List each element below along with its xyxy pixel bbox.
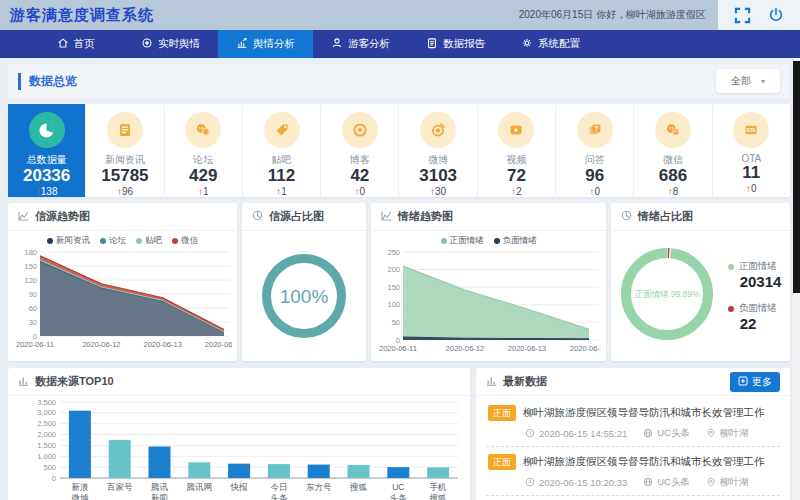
list-item[interactable]: 正面 柳叶湖旅游度假区领导督导防汛和城市长效管理工作 2020-06-15 10… (486, 446, 780, 495)
stat-value: 429 (189, 167, 217, 186)
filter-dropdown[interactable]: 全部 ▾ (716, 69, 780, 93)
more-label: 更多 (752, 375, 772, 389)
sentiment-trend-chart: 0501001502002502020-06-112020-06-122020-… (371, 247, 606, 353)
svg-text:百家号: 百家号 (107, 482, 133, 492)
svg-text:新浪: 新浪 (71, 482, 88, 492)
panel-header: 最新数据 更多 (476, 368, 790, 396)
sentiment-badge: 正面 (488, 405, 516, 421)
trend-icon (18, 210, 29, 223)
svg-text:50: 50 (391, 318, 399, 327)
svg-text:微博: 微博 (71, 493, 89, 500)
pin-icon (706, 428, 716, 440)
stat-value: 11 (742, 164, 760, 183)
svg-text:100%: 100% (280, 286, 329, 307)
stat-card-weibo[interactable]: 微博 3103 ↑30 (399, 104, 477, 197)
nav-item-home[interactable]: 首页 (28, 30, 123, 58)
stat-card-news[interactable]: 新闻资讯 15785 ↑96 (86, 104, 164, 197)
panel-header: 信源趋势图 (8, 203, 237, 231)
stat-label: 论坛 (193, 153, 213, 167)
video-icon (498, 112, 534, 148)
svg-text:2,500: 2,500 (37, 419, 56, 428)
svg-text:100: 100 (387, 300, 400, 309)
panel-source-trend: 信源趋势图 新闻资讯 论坛 贴吧 微信 03060901201501802020… (8, 203, 237, 361)
clock-icon (525, 477, 535, 489)
titlebar-right: 2020年06月15日 你好，柳叶湖旅游度假区 (519, 0, 800, 30)
news-meta: 2020-06-15 10:20:33 UC头条 柳叶湖 (525, 476, 778, 489)
scrollbar-thumb[interactable] (793, 61, 800, 293)
date-greeting: 2020年06月15日 你好，柳叶湖旅游度假区 (519, 8, 706, 22)
ota-icon: OTA (733, 112, 769, 148)
svg-text:2020-06-14: 2020-06-14 (204, 340, 231, 349)
nav-label: 游客分析 (348, 37, 390, 51)
svg-text:OTA: OTA (747, 128, 757, 133)
trend-icon (381, 210, 392, 223)
source-trend-chart: 03060901201501802020-06-112020-06-122020… (8, 247, 237, 349)
stat-value: 96 (585, 167, 604, 186)
svg-text:2020-06-12: 2020-06-12 (445, 344, 483, 353)
stat-label: 微博 (428, 153, 448, 167)
globe-icon (643, 428, 653, 440)
fullscreen-button[interactable] (734, 7, 751, 24)
stat-card-forum[interactable]: 论坛 429 ↑1 (165, 104, 243, 197)
panel-top10-sources: 数据来源TOP10 05001,0001,5002,0002,5003,0003… (8, 368, 470, 500)
wechat-icon (655, 112, 691, 148)
list-item[interactable]: 正面 柳叶湖旅游度假区领导督导防汛和城市长效管理工作 2020-06-15 14… (486, 398, 780, 446)
stat-delta: ↑0 (589, 186, 600, 197)
stat-delta: ↑96 (117, 186, 133, 197)
stat-card-video[interactable]: 视频 72 ↑2 (478, 104, 556, 197)
stat-card-qa[interactable]: ? 问答 96 ↑0 (556, 104, 634, 197)
svg-text:2020-06-14: 2020-06-14 (569, 344, 600, 353)
weibo-icon (420, 112, 456, 148)
tag-icon (264, 112, 300, 148)
svg-text:2020-06-13: 2020-06-13 (507, 344, 545, 353)
svg-text:30: 30 (28, 318, 36, 327)
svg-text:正面情绪 99.89%: 正面情绪 99.89% (634, 289, 700, 299)
stat-value: 3103 (419, 167, 457, 186)
nav-item-settings[interactable]: 系统配置 (503, 30, 598, 58)
stat-card-wechat[interactable]: 微信 686 ↑8 (634, 104, 712, 197)
stat-card-total[interactable]: 总数据量 20336 ↑138 (8, 104, 86, 197)
nav-label: 首页 (74, 37, 95, 51)
stat-delta: ↑0 (355, 186, 366, 197)
panel-source-share: 信源占比图 100% (242, 203, 366, 361)
bar-chart-icon (486, 375, 497, 388)
home-icon (57, 37, 69, 51)
svg-text:2020-06-11: 2020-06-11 (16, 340, 54, 349)
stat-label: 新闻资讯 (105, 153, 145, 167)
svg-text:500: 500 (43, 463, 56, 472)
stat-value: 20336 (23, 167, 70, 186)
svg-text:0: 0 (52, 474, 56, 483)
overview-strip: 数据总览 全部 ▾ (8, 64, 790, 98)
power-button[interactable] (768, 7, 784, 23)
list-item[interactable]: 正面 【柳叶湖】常德柳叶湖集城、湖、山、洲为一体，是天然造化的生态组合盆景...… (486, 495, 780, 500)
nav-item-report[interactable]: 数据报告 (408, 30, 503, 58)
stat-value: 72 (507, 167, 526, 186)
svg-text:?: ? (594, 125, 598, 132)
pie-chart-icon (621, 210, 632, 223)
nav-item-visitor[interactable]: 游客分析 (313, 30, 408, 58)
svg-text:头条: 头条 (270, 493, 288, 500)
source-share-donut: 100% (242, 231, 366, 361)
donut-legend: 正面情绪 20314 负面情绪 22 (728, 260, 782, 332)
page-scrollbar (793, 58, 800, 500)
stat-card-blog[interactable]: 博客 42 ↑0 (321, 104, 399, 197)
monitor-icon (141, 37, 153, 51)
svg-text:2020-06-12: 2020-06-12 (82, 340, 120, 349)
more-button[interactable]: 更多 (730, 372, 780, 392)
nav-item-analysis[interactable]: 舆情分析 (218, 30, 313, 58)
panel-title: 情绪占比图 (638, 209, 693, 224)
panel-header: 情绪占比图 (611, 203, 790, 231)
svg-text:搜狐: 搜狐 (429, 493, 448, 500)
person-icon (331, 37, 343, 51)
main-nav: 首页 实时舆情 舆情分析 游客分析 数据报告 系统配置 (0, 30, 800, 58)
stat-card-ota[interactable]: OTA OTA 11 ↑0 (713, 104, 790, 197)
panel-title: 数据来源TOP10 (35, 374, 114, 389)
nav-item-realtime[interactable]: 实时舆情 (123, 30, 218, 58)
nav-label: 系统配置 (538, 37, 580, 51)
latest-list: 正面 柳叶湖旅游度假区领导督导防汛和城市长效管理工作 2020-06-15 14… (476, 396, 790, 500)
svg-text:东方号: 东方号 (306, 482, 332, 492)
stat-delta: ↑0 (746, 183, 757, 194)
svg-text:3,000: 3,000 (37, 408, 56, 417)
panel-title: 最新数据 (503, 374, 547, 389)
stat-card-tieba[interactable]: 贴吧 112 ↑1 (243, 104, 321, 197)
